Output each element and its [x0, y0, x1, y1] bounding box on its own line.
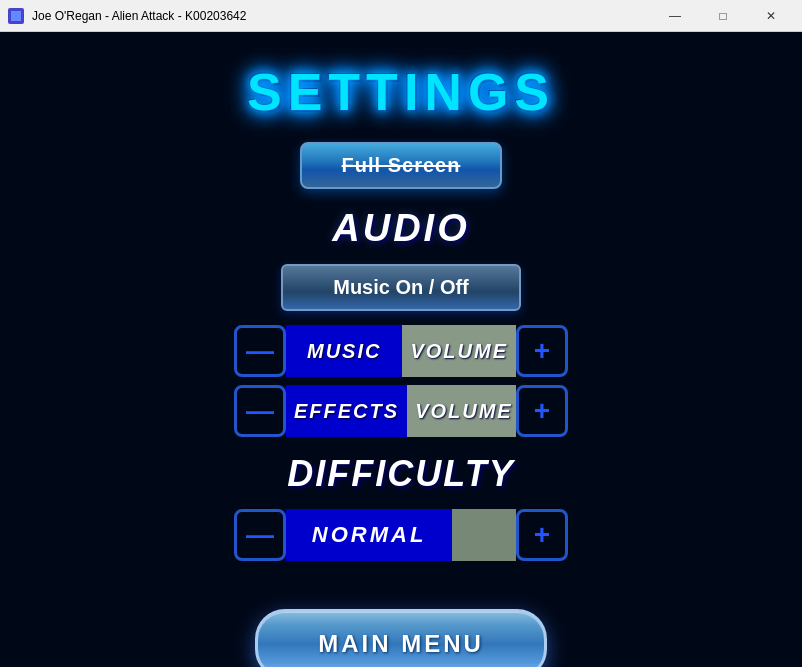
app-icon: [8, 8, 24, 24]
music-volume-label-right: VOLUME: [402, 325, 516, 377]
music-volume-decrease-button[interactable]: —: [234, 325, 286, 377]
main-menu-button[interactable]: MAIN MENU: [255, 609, 547, 667]
title-bar: Joe O'Regan - Alien Attack - K00203642 —…: [0, 0, 802, 32]
music-label: MUSIC: [299, 340, 389, 363]
difficulty-row: — NORMAL +: [234, 509, 568, 561]
minimize-button[interactable]: —: [652, 0, 698, 32]
difficulty-heading: DIFFICULTY: [287, 453, 514, 495]
normal-label: NORMAL: [312, 522, 427, 548]
maximize-button[interactable]: □: [700, 0, 746, 32]
difficulty-bar: NORMAL: [286, 509, 516, 561]
effects-volume-label-right: VOLUME: [407, 385, 516, 437]
effects-label: EFFECTS: [286, 400, 407, 423]
effects-volume-label-left: EFFECTS: [286, 385, 407, 437]
music-volume-increase-button[interactable]: +: [516, 325, 568, 377]
effects-volume-row: — EFFECTS VOLUME +: [234, 385, 568, 437]
volume-label: VOLUME: [402, 340, 516, 363]
effects-volume-increase-button[interactable]: +: [516, 385, 568, 437]
music-volume-row: — MUSIC VOLUME +: [234, 325, 568, 377]
effects-volume-bar: EFFECTS VOLUME: [286, 385, 516, 437]
difficulty-label-left: NORMAL: [286, 509, 452, 561]
page-title: SETTINGS: [247, 62, 555, 122]
fullscreen-button[interactable]: Full Screen: [300, 142, 503, 189]
audio-heading: AUDIO: [332, 207, 469, 250]
close-button[interactable]: ✕: [748, 0, 794, 32]
svg-rect-0: [11, 11, 21, 21]
window-controls: — □ ✕: [652, 0, 794, 32]
effects-volume-decrease-button[interactable]: —: [234, 385, 286, 437]
title-bar-text: Joe O'Regan - Alien Attack - K00203642: [32, 9, 652, 23]
music-volume-label-left: MUSIC: [286, 325, 402, 377]
difficulty-increase-button[interactable]: +: [516, 509, 568, 561]
difficulty-label-right: [452, 509, 516, 561]
main-content: SETTINGS Full Screen AUDIO Music On / Of…: [0, 32, 802, 667]
effects-volume-word: VOLUME: [407, 400, 516, 423]
difficulty-decrease-button[interactable]: —: [234, 509, 286, 561]
music-toggle-button[interactable]: Music On / Off: [281, 264, 521, 311]
music-volume-bar: MUSIC VOLUME: [286, 325, 516, 377]
